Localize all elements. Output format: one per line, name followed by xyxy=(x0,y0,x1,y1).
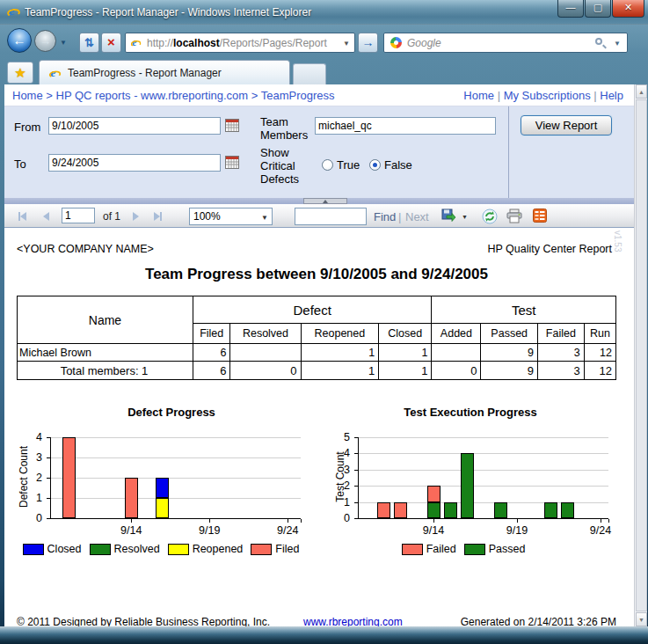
x-tick-label: 9/14 xyxy=(416,524,451,537)
go-button[interactable]: → xyxy=(358,33,378,53)
export-icon[interactable] xyxy=(441,209,456,223)
bar-failed-9/11 xyxy=(377,502,390,518)
export-caret-icon[interactable]: ▼ xyxy=(462,214,468,220)
version-watermark: v1.53 xyxy=(613,231,623,252)
title-bar: e TeamProgress - Report Manager - Window… xyxy=(0,0,648,25)
refresh-report-icon[interactable] xyxy=(482,209,498,224)
vertical-scrollbar[interactable]: ▲ ▼ xyxy=(634,84,647,626)
report-header-right: HP Quality Center Report xyxy=(352,243,612,255)
back-button[interactable]: ← xyxy=(7,28,32,53)
link-my-subscriptions[interactable]: My Subscriptions xyxy=(504,89,591,102)
favorites-button[interactable]: ★ xyxy=(7,62,33,84)
data-feed-icon[interactable] xyxy=(533,209,547,223)
bar-reopened-9/16 xyxy=(156,498,169,518)
history-dropdown-icon[interactable]: ▼ xyxy=(60,39,67,47)
team-members-input[interactable] xyxy=(315,117,496,135)
find-input[interactable] xyxy=(295,208,367,225)
last-page-button[interactable] xyxy=(154,212,162,221)
address-bar[interactable]: e http://localhost/Reports/Pages/Report … xyxy=(125,33,355,53)
scrollbar-thumb[interactable] xyxy=(636,99,647,611)
chart-legend: FailedPassed xyxy=(309,543,617,555)
view-report-button[interactable]: View Report xyxy=(521,115,612,135)
to-date-input[interactable] xyxy=(48,154,221,172)
legend-item-filed: Filed xyxy=(251,543,299,555)
maximize-icon: ▢ xyxy=(586,2,610,13)
zoom-select[interactable]: 100%▼ xyxy=(189,208,273,225)
radio-true-label[interactable]: True xyxy=(337,158,360,172)
forward-arrow-icon: → xyxy=(40,34,51,48)
y-tick-label: 3 xyxy=(26,451,42,464)
ie-page-icon: e xyxy=(131,39,142,50)
link-home[interactable]: Home xyxy=(463,89,494,102)
link-teamprogress[interactable]: TeamProgress xyxy=(261,89,335,102)
bar-passed-9/15 xyxy=(444,502,457,518)
x-tick xyxy=(433,519,434,523)
maximize-button[interactable]: ▢ xyxy=(585,0,611,18)
next-page-button[interactable] xyxy=(133,212,139,221)
forward-button[interactable]: → xyxy=(34,30,56,52)
value-cell: 9 xyxy=(481,362,537,380)
refresh-button[interactable]: ⇅ xyxy=(79,33,99,53)
minimize-button[interactable]: — xyxy=(557,0,584,18)
tab-teamprogress[interactable]: e TeamProgress - Report Manager xyxy=(39,60,290,84)
collapse-handle[interactable] xyxy=(303,198,347,204)
new-tab-stub[interactable] xyxy=(293,63,326,84)
bar-passed-9/18 xyxy=(494,502,507,518)
stop-button[interactable]: × xyxy=(101,33,121,53)
window-title: TeamProgress - Report Manager - Windows … xyxy=(25,6,311,18)
x-tick-end xyxy=(301,519,302,523)
link-help[interactable]: Help xyxy=(600,89,623,102)
x-tick-end xyxy=(608,519,609,523)
x-tick xyxy=(517,519,518,523)
radio-false-label[interactable]: False xyxy=(384,158,412,172)
x-axis xyxy=(358,518,608,519)
from-calendar-icon[interactable] xyxy=(225,119,239,132)
search-icon[interactable] xyxy=(595,38,602,45)
separator: > xyxy=(248,89,261,102)
legend-label: Resolved xyxy=(114,543,160,555)
gridline xyxy=(358,437,608,438)
prev-page-button[interactable] xyxy=(43,212,49,221)
gridline xyxy=(50,457,301,458)
from-date-input[interactable] xyxy=(48,117,221,135)
bar-failed-9/12 xyxy=(394,502,407,518)
sub-header-passed: Passed xyxy=(481,324,537,344)
value-cell: 3 xyxy=(537,344,584,362)
scroll-up-icon[interactable]: ▲ xyxy=(636,84,647,99)
x-tick-label: 9/19 xyxy=(192,524,227,537)
bar-passed-9/21 xyxy=(544,502,557,518)
search-dropdown-icon[interactable]: ▼ xyxy=(614,40,621,48)
to-calendar-icon[interactable] xyxy=(225,156,239,169)
close-button[interactable]: ✕ xyxy=(612,0,644,18)
go-arrow-icon: → xyxy=(362,35,375,49)
first-page-button[interactable] xyxy=(18,212,26,221)
legend-swatch xyxy=(464,544,485,555)
tab-title: TeamProgress - Report Manager xyxy=(68,67,222,79)
print-icon[interactable] xyxy=(506,209,522,223)
radio-true[interactable] xyxy=(322,159,333,171)
sub-header-run: Run xyxy=(584,324,615,344)
find-next-link[interactable]: Next xyxy=(405,210,429,223)
radio-false[interactable] xyxy=(369,159,381,171)
group-header-defect: Defect xyxy=(193,296,432,324)
address-dropdown-icon[interactable]: ▼ xyxy=(343,40,350,48)
link-hp-qc-reports-www-rbreporting-com[interactable]: HP QC reports - www.rbreporting.com xyxy=(56,89,249,102)
search-box[interactable]: Google ▼ xyxy=(383,33,628,53)
x-tick-label: 9/14 xyxy=(113,524,149,537)
page-number-input[interactable] xyxy=(62,208,95,223)
value-cell: 3 xyxy=(537,362,584,380)
legend-label: Failed xyxy=(426,543,456,555)
find-link[interactable]: Find xyxy=(374,210,396,223)
back-arrow-icon: ← xyxy=(13,33,26,48)
from-label: From xyxy=(14,121,40,134)
report-toolbar: of 1 100%▼ Find | Next ▼ xyxy=(4,204,634,228)
x-tick-label: 9/24 xyxy=(270,524,305,537)
y-axis xyxy=(50,437,51,519)
scroll-down-icon[interactable]: ▼ xyxy=(636,612,647,626)
table-row: Total members: 1601109312 xyxy=(18,362,616,380)
legend-item-reopened: Reopened xyxy=(168,543,244,555)
y-tick-label: 4 xyxy=(334,447,350,459)
link-home[interactable]: Home xyxy=(12,89,43,102)
x-tick xyxy=(288,519,288,523)
legend-swatch xyxy=(402,544,423,555)
